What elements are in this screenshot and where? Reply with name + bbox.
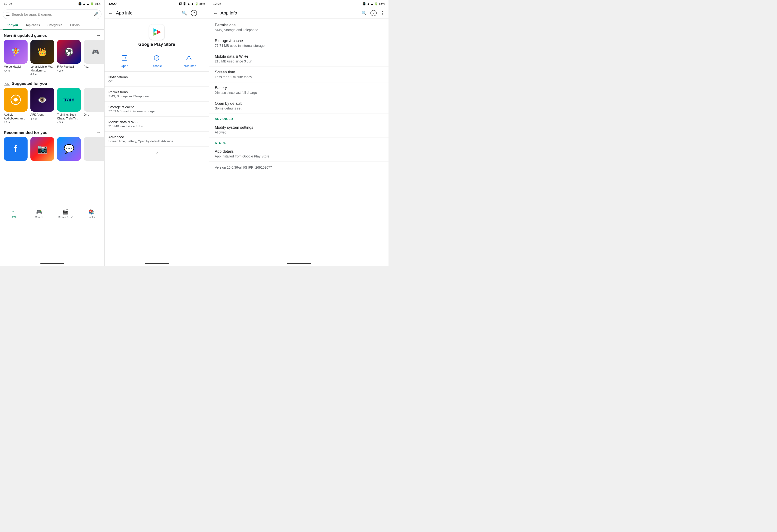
game-name-merge: Merge Magic! [4,65,27,69]
signal-icon-2: ▲ [191,2,194,5]
list-item[interactable]: 🧚 Merge Magic! 4.4 ★ [4,40,27,76]
info-item-advanced[interactable]: Advanced Screen time, Battery, Open by d… [105,132,209,147]
svg-marker-2 [153,32,157,36]
list-item[interactable]: Audible - Audiobooks an... 4.6 ★ [4,88,27,124]
back-button-middle[interactable]: ← [108,10,113,16]
info-item-storage-right[interactable]: Storage & cache 77.74 MB used in interna… [209,35,388,51]
app-name: Google Play Store [138,42,175,47]
vibrate-icon-2: 📳 [183,2,186,5]
info-item-screen-time[interactable]: Screen time Less than 1 minute today [209,67,388,83]
more-button-middle[interactable]: ⋮ [201,10,205,16]
info-item-permissions-right[interactable]: Permissions SMS, Storage and Telephone [209,20,388,35]
list-item[interactable]: 🎮 Pa... [84,40,104,76]
info-item-mobile-data-right[interactable]: Mobile data & Wi-Fi 215 MB used since 3 … [209,51,388,67]
list-item[interactable]: f [4,137,27,162]
menu-icon[interactable]: ☰ [6,12,10,17]
list-item[interactable]: train Trainline: Book Cheap Train Tr... … [57,88,81,124]
tab-categories[interactable]: Categories [44,21,66,29]
nav-home[interactable]: ⌂ Home [0,208,26,220]
screenshot-icon: 🖼 [179,2,182,5]
wifi-icon: ▲ [83,2,86,5]
info-item-notifications[interactable]: Notifications Off [105,72,209,87]
help-button-middle[interactable]: ? [191,10,197,16]
more-button-right[interactable]: ⋮ [380,10,385,16]
store-section-label: STORE [209,138,388,146]
search-input[interactable]: Search for apps & games [12,12,91,16]
disable-button[interactable]: Disable [147,53,166,68]
home-indicator-1 [0,261,104,266]
game-name-pa: Pa... [84,65,104,69]
list-item[interactable] [84,137,104,162]
list-item[interactable]: 👁️ AFK Arena 4.7 ★ [30,88,54,124]
permissions-sub: SMS, Storage and Telephone [108,95,205,98]
list-item[interactable]: 👑 Lords Mobile: War Kingdom -... 4.4 ★ [30,40,54,76]
search-bar[interactable]: ☰ Search for apps & games 🎤 [3,9,101,19]
recommended-arrow[interactable]: → [96,130,101,135]
nav-books-label: Books [88,216,95,219]
info-list-right: Permissions SMS, Storage and Telephone S… [209,19,388,261]
info-item-mobile-data[interactable]: Mobile data & Wi-Fi 215 MB used since 3 … [105,117,209,132]
game-rating-fifa: 4.2 ★ [57,70,81,73]
game-thumb-afk: 👁️ [30,88,54,112]
status-bar-1: 12:26 📳 ▲ ▲ 🔋 85% [0,0,104,8]
force-stop-button[interactable]: Force stop [180,53,198,68]
back-button-right[interactable]: ← [213,10,218,16]
storage-sub-right: 77.74 MB used in internal storage [215,44,383,47]
disable-label: Disable [151,64,162,68]
app-info-title-middle: App info [116,10,179,16]
info-item-battery[interactable]: Battery 0% use since last full charge [209,83,388,98]
play-store-logo-svg [152,27,161,37]
list-item[interactable]: 📷 [30,137,54,162]
svg-point-11 [189,59,189,59]
new-games-arrow[interactable]: → [96,33,101,38]
wifi-icon-2: ▲ [187,2,190,5]
search-button-middle[interactable]: 🔍 [182,10,187,16]
game-thumb-fifa: ⚽ [57,40,81,63]
info-item-modify-settings[interactable]: Modify system settings Allowed [209,122,388,138]
signal-icon-3: ▲ [371,2,373,5]
game-name-fifa: FIFA Football [57,65,81,69]
list-item[interactable]: ⚽ FIFA Football 4.2 ★ [57,40,81,76]
info-item-storage[interactable]: Storage & cache 77.69 MB used in interna… [105,102,209,117]
help-button-right[interactable]: ? [370,10,376,16]
bottom-nav: ⌂ Home 🎮 Games 🎬 Movies & TV 📚 Books [0,206,104,221]
svg-marker-1 [153,28,157,32]
game-name-or: Or... [84,113,104,117]
open-button[interactable]: Open [115,53,134,68]
app-logo-section: Google Play Store [105,19,209,51]
app-info-title-right: App info [221,10,358,16]
version-text: Version 16.6.36-all [0] [PR] 269102077 [209,162,388,173]
suggested-section-header: Ads Suggested for you [0,79,104,88]
status-time-3: 12:26 [213,2,221,6]
list-item[interactable]: Or... [84,88,104,124]
advanced-sub: Screen time, Battery, Open by default, A… [108,139,205,143]
tab-for-you[interactable]: For you [3,21,22,29]
wifi-icon-3: ▲ [367,2,370,5]
game-thumb-audible [4,88,27,112]
list-item[interactable]: 💬 [57,137,81,162]
search-button-right[interactable]: 🔍 [361,10,367,16]
info-item-open-by-default[interactable]: Open by default Some defaults set [209,98,388,114]
game-thumb-mess: 💬 [57,137,81,161]
nav-games[interactable]: 🎮 Games [26,208,52,220]
recommended-title: Recommended for you [4,130,47,135]
app-info-panel-middle: 12:27 🖼 📳 ▲ ▲ 🔋 85% ← App info 🔍 ? ⋮ [105,0,209,266]
nav-movies[interactable]: 🎬 Movies & TV [52,208,79,220]
info-item-app-details[interactable]: App details App installed from Google Pl… [209,146,388,162]
play-tabs: For you Top charts Categories Editors' [0,21,104,30]
game-thumb-fb: f [4,137,27,161]
game-name-trainline: Trainline: Book Cheap Train Tr... [57,113,81,120]
permissions-title: Permissions [108,90,205,94]
recommended-section-header: Recommended for you → [0,127,104,137]
expand-button[interactable]: ⌄ [105,147,209,157]
tab-editors[interactable]: Editors' [66,21,84,29]
mic-icon[interactable]: 🎤 [93,12,98,17]
nav-books[interactable]: 📚 Books [78,208,104,220]
vibrate-icon: 📳 [78,2,82,5]
battery-icon-1: 🔋 [90,2,94,5]
info-item-permissions[interactable]: Permissions SMS, Storage and Telephone [105,87,209,102]
app-logo [149,24,164,40]
tab-top-charts[interactable]: Top charts [22,21,44,29]
storage-sub: 77.69 MB used in internal storage [108,110,205,113]
advanced-title: Advanced [108,135,205,139]
